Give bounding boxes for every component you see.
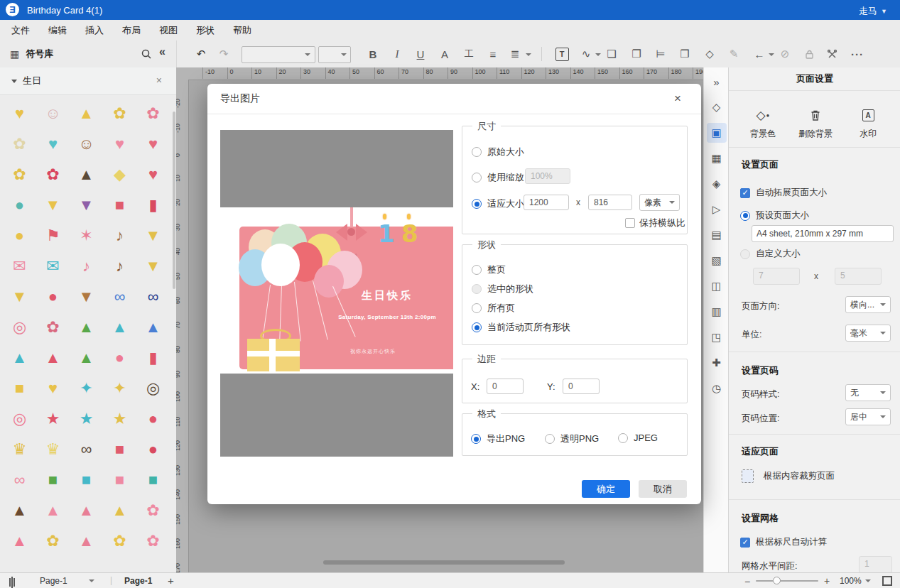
canvas-horizontal-scrollbar[interactable] [323, 560, 565, 565]
symbol-cake-slice[interactable]: ▲ [70, 98, 103, 129]
symbol-firecracker[interactable]: ▮ [136, 342, 170, 373]
margin-y-input[interactable]: 0 [563, 379, 600, 394]
strip-icon-fill-style[interactable]: ◇ [707, 97, 727, 117]
symbol-bunny[interactable]: ☺ [36, 98, 70, 129]
symbol-gift-teal[interactable]: ■ [70, 464, 103, 495]
strip-icon-presentation[interactable]: ▷ [707, 200, 727, 219]
connector-icon[interactable]: ∿ [577, 40, 595, 67]
line-spacing-icon[interactable]: ≣ [506, 40, 524, 67]
symbol-gift-green[interactable]: ■ [36, 464, 70, 495]
symbol-cocktail[interactable]: ▼ [3, 281, 36, 312]
menu-item[interactable]: 视图 [150, 20, 187, 40]
symbol-cake-slice-pink[interactable]: ▲ [70, 495, 103, 526]
symbol-tier-cake[interactable]: ▲ [70, 159, 103, 190]
symbol-gift-red[interactable]: ■ [103, 190, 136, 220]
symbol-cake-pink[interactable]: ▲ [3, 526, 36, 556]
symbol-star-wand-teal[interactable]: ✦ [70, 373, 103, 403]
transparent-png-radio[interactable]: 透明PNG [545, 432, 599, 445]
symbol-party-hat-teal[interactable]: ▲ [103, 312, 136, 342]
page-number-pos-select[interactable]: 居中 [845, 408, 891, 425]
custom-width-input[interactable]: 7 [753, 268, 800, 285]
symbol-mask-blue[interactable]: ∞ [103, 281, 136, 312]
symbol-gift-cyan[interactable]: ■ [136, 464, 170, 495]
symbol-balloons[interactable]: ● [136, 403, 170, 434]
symbol-fireworks[interactable]: ✶ [70, 220, 103, 251]
symbol-diamond[interactable]: ◆ [103, 159, 136, 190]
add-page-button[interactable]: + [168, 575, 174, 587]
bring-forward-icon[interactable]: ❏ [602, 40, 621, 67]
strip-icon-structure[interactable]: ◫ [707, 276, 727, 296]
keep-ratio-checkbox[interactable]: 保持横纵比 [625, 217, 685, 229]
category-header[interactable]: 生日 × [0, 67, 176, 95]
symbol-gift-bow[interactable]: ■ [103, 434, 136, 464]
symbol-star-red[interactable]: ★ [36, 403, 70, 434]
lock-icon[interactable] [800, 40, 818, 67]
zoom-slider-thumb[interactable] [773, 577, 781, 584]
redo-icon[interactable]: ↷ [215, 40, 233, 67]
close-icon[interactable]: × [669, 90, 686, 107]
crop-page-button[interactable]: 根据内容裁剪页面 [742, 469, 835, 483]
symbol-crown-pale[interactable]: ♛ [36, 434, 70, 464]
symbol-cake-straw[interactable]: ▲ [70, 526, 103, 556]
zoom-in-icon[interactable]: + [824, 575, 830, 587]
strip-icon-collapse-panel[interactable]: » [707, 72, 727, 92]
menu-item[interactable]: 文件 [2, 20, 39, 40]
symbol-pink-cake[interactable]: ▲ [36, 495, 70, 526]
menu-item[interactable]: 形状 [187, 20, 224, 40]
all-pages-radio[interactable]: 所有页 [472, 302, 515, 315]
symbol-ice-cream[interactable]: ▼ [70, 281, 103, 312]
symbol-teddy-bear[interactable]: ☺ [70, 129, 103, 159]
auto-expand-checkbox[interactable]: ✓ 自动拓展页面大小 [740, 187, 827, 199]
symbol-lipstick[interactable]: ▮ [136, 190, 170, 220]
symbol-star-teal[interactable]: ★ [70, 403, 103, 434]
symbol-envelope-teal[interactable]: ✉ [36, 251, 70, 281]
page-number-style-select[interactable]: 无 [845, 384, 891, 401]
symbol-cupcake-heart[interactable]: ♥ [36, 129, 70, 159]
ok-button[interactable]: 确定 [582, 480, 630, 498]
page-dropdown[interactable]: Page-1 [40, 573, 94, 588]
strip-icon-layers[interactable]: ◈ [707, 174, 727, 194]
symbol-cherry-earrings[interactable]: ● [136, 434, 170, 464]
panel-scrollbar[interactable] [173, 111, 175, 289]
symbol-guitar-brown[interactable]: ♪ [103, 251, 136, 281]
zoom-out-icon[interactable]: − [744, 576, 750, 587]
current-page-shapes-radio[interactable]: 当前活动页所有形状 [472, 321, 570, 334]
pen-icon[interactable]: ✎ [725, 40, 743, 67]
symbol-crown-gold[interactable]: ♛ [3, 434, 36, 464]
strip-icon-arrange[interactable]: ✚ [707, 353, 727, 373]
strip-icon-insert-picture[interactable]: ▧ [707, 251, 727, 271]
cancel-button[interactable]: 取消 [639, 480, 687, 498]
unit-select[interactable]: 毫米 [845, 325, 891, 342]
jpeg-radio[interactable]: JPEG [618, 432, 658, 443]
symbol-donut-pink[interactable]: ◎ [3, 312, 36, 342]
symbol-guitar[interactable]: ♪ [103, 220, 136, 251]
symbol-heart-box[interactable]: ♥ [136, 159, 170, 190]
symbol-balloon[interactable]: ● [3, 220, 36, 251]
watermark-button[interactable]: A 水印 [841, 107, 895, 140]
symbol-balloon-hearts[interactable]: ♥ [36, 373, 70, 403]
selected-shapes-radio[interactable]: 选中的形状 [472, 283, 533, 295]
symbol-hbd-heart[interactable]: ♥ [103, 129, 136, 159]
export-height-input[interactable]: 816 [588, 195, 632, 210]
use-zoom-radio[interactable]: 使用缩放 [472, 171, 524, 184]
fullscreen-icon[interactable] [882, 576, 892, 586]
grid-auto-checkbox[interactable]: ✓ 根据标尺自动计算 [740, 536, 827, 548]
menu-item[interactable]: 帮助 [224, 20, 261, 40]
background-color-button[interactable]: ◇● 背景色 [736, 107, 790, 140]
group-icon[interactable]: ❒ [676, 40, 694, 67]
send-backward-icon[interactable]: ❐ [627, 40, 646, 67]
strip-icon-symbol-library[interactable]: ▦ [707, 148, 727, 168]
symbol-donut-choc[interactable]: ◎ [136, 373, 170, 403]
undo-icon[interactable]: ↶ [192, 40, 210, 67]
menu-item[interactable]: 布局 [113, 20, 150, 40]
symbol-rose[interactable]: ✿ [36, 159, 70, 190]
custom-size-radio[interactable]: 自定义大小 [740, 248, 801, 260]
preset-size-radio[interactable]: 预设页面大小 [740, 209, 809, 222]
symbol-camera[interactable]: ● [3, 190, 36, 220]
font-family-select[interactable] [242, 46, 315, 63]
custom-height-input[interactable]: 5 [835, 268, 882, 285]
delete-background-button[interactable]: 删除背景 [788, 107, 842, 140]
symbol-party-hat-red[interactable]: ▲ [36, 342, 70, 373]
export-width-input[interactable]: 1200 [524, 195, 569, 210]
text-style-icon[interactable]: 工 [460, 40, 478, 67]
